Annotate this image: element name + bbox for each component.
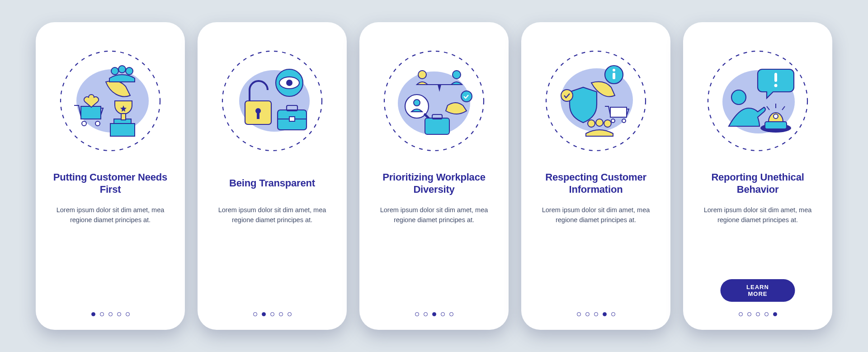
svg-rect-22 [289, 117, 295, 121]
card-body: Lorem ipsum dolor sit dim amet, mea regi… [48, 205, 172, 225]
transparent-icon [218, 47, 326, 155]
svg-rect-32 [425, 118, 449, 134]
card-body: Lorem ipsum dolor sit dim amet, mea regi… [696, 205, 820, 225]
progress-dots [36, 312, 185, 316]
svg-rect-15 [257, 113, 259, 119]
dot-4[interactable] [117, 312, 121, 316]
dot-2[interactable] [747, 312, 751, 316]
dot-4[interactable] [279, 312, 283, 316]
onboarding-card-1: Putting Customer Needs First Lorem ipsum… [36, 22, 185, 330]
dot-4[interactable] [441, 312, 445, 316]
information-icon [542, 47, 650, 155]
dot-1[interactable] [253, 312, 257, 316]
dot-5[interactable] [288, 312, 292, 316]
svg-rect-41 [610, 107, 627, 117]
onboarding-card-4: Respecting Customer Information Lorem ip… [521, 22, 670, 330]
dot-1[interactable] [91, 312, 95, 316]
dot-5[interactable] [449, 312, 453, 316]
svg-point-51 [731, 90, 746, 105]
card-title: Prioritizing Workplace Diversity [372, 170, 496, 197]
progress-dots [359, 312, 509, 316]
dot-3[interactable] [432, 312, 436, 316]
svg-point-8 [111, 67, 118, 75]
dot-1[interactable] [577, 312, 581, 316]
onboarding-card-2: Being Transparent Lorem ipsum dolor sit … [198, 22, 347, 330]
card-title: Being Transparent [226, 170, 318, 197]
svg-point-28 [453, 71, 461, 79]
svg-point-45 [596, 119, 603, 126]
card-body: Lorem ipsum dolor sit dim amet, mea regi… [210, 205, 334, 225]
reporting-icon [703, 47, 812, 155]
svg-point-30 [414, 100, 420, 106]
dot-3[interactable] [756, 312, 760, 316]
dot-4[interactable] [603, 312, 607, 316]
dot-3[interactable] [594, 312, 598, 316]
dot-2[interactable] [262, 312, 266, 316]
svg-point-40 [561, 90, 573, 101]
dot-5[interactable] [126, 312, 130, 316]
svg-point-54 [774, 114, 778, 119]
progress-dots [198, 312, 347, 316]
svg-rect-39 [613, 73, 615, 79]
dot-2[interactable] [100, 312, 104, 316]
progress-dots [683, 312, 832, 316]
card-body: Lorem ipsum dolor sit dim amet, mea regi… [372, 205, 496, 225]
dot-1[interactable] [739, 312, 743, 316]
dot-2[interactable] [585, 312, 590, 316]
svg-point-50 [774, 84, 778, 87]
dot-3[interactable] [108, 312, 113, 316]
dot-5[interactable] [773, 312, 777, 316]
card-title: Putting Customer Needs First [48, 170, 172, 197]
svg-rect-49 [774, 73, 777, 82]
onboarding-card-5: Reporting Unethical Behavior Lorem ipsum… [683, 22, 832, 330]
svg-point-38 [613, 69, 615, 71]
svg-rect-5 [81, 106, 101, 119]
svg-rect-2 [110, 124, 135, 136]
dot-4[interactable] [764, 312, 769, 316]
progress-dots [521, 312, 670, 316]
svg-point-10 [126, 67, 133, 75]
svg-rect-4 [121, 114, 126, 120]
card-title: Reporting Unethical Behavior [696, 170, 820, 197]
card-body: Lorem ipsum dolor sit dim amet, mea regi… [534, 205, 658, 225]
svg-point-42 [611, 119, 615, 123]
svg-point-27 [418, 71, 426, 79]
diversity-icon [380, 47, 488, 155]
dot-5[interactable] [611, 312, 615, 316]
learn-more-button[interactable]: LEARN MORE [721, 279, 795, 302]
svg-point-44 [588, 120, 595, 127]
svg-point-6 [82, 121, 86, 126]
svg-point-18 [286, 80, 292, 86]
card-title: Respecting Customer Information [534, 170, 658, 197]
dot-3[interactable] [270, 312, 274, 316]
svg-point-7 [95, 121, 100, 126]
dot-2[interactable] [424, 312, 428, 316]
svg-point-46 [604, 120, 611, 127]
dot-1[interactable] [415, 312, 419, 316]
onboarding-carousel: Putting Customer Needs First Lorem ipsum… [18, 4, 850, 348]
customer-needs-icon [56, 47, 165, 155]
svg-rect-53 [765, 122, 787, 129]
svg-point-9 [118, 66, 126, 73]
svg-point-43 [622, 119, 626, 123]
onboarding-card-3: Prioritizing Workplace Diversity Lorem i… [359, 22, 509, 330]
